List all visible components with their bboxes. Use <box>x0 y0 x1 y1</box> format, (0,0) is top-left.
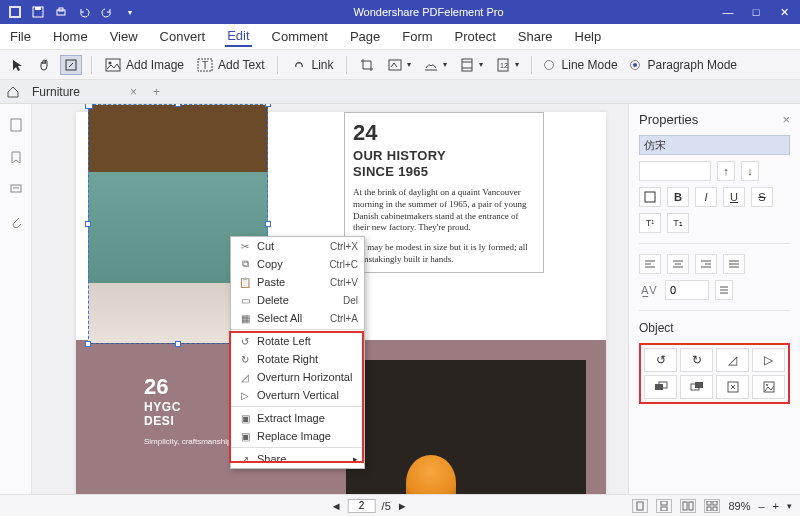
tab-label: Furniture <box>32 85 80 99</box>
properties-close-icon[interactable]: × <box>782 112 790 127</box>
bold-button[interactable]: B <box>667 187 689 207</box>
flip-vertical-button[interactable]: ▷ <box>752 348 785 372</box>
menu-convert[interactable]: Convert <box>158 27 208 46</box>
home-tab-icon[interactable] <box>6 85 24 99</box>
background-button[interactable]: ▾ <box>420 55 450 75</box>
menu-protect[interactable]: Protect <box>453 27 498 46</box>
text-block[interactable]: 24 OUR HISTORY SINCE 1965 At the brink o… <box>344 112 544 273</box>
new-tab-button[interactable]: + <box>145 85 168 99</box>
svg-rect-45 <box>661 501 667 505</box>
rotate-left-button[interactable]: ↺ <box>644 348 677 372</box>
font-family-select[interactable]: 仿宋 <box>639 135 790 155</box>
attachment-icon[interactable] <box>7 212 25 230</box>
side-toolbar <box>0 104 32 494</box>
zoom-out-button[interactable]: – <box>758 500 764 512</box>
ctx-extract-image[interactable]: ▣Extract Image <box>231 409 364 427</box>
underline-button[interactable]: U <box>723 187 745 207</box>
subscript-button[interactable]: T₁ <box>667 213 689 233</box>
line-mode-radio[interactable]: Line Mode <box>541 56 621 74</box>
document-tab[interactable]: Furniture × <box>24 80 145 103</box>
send-back-button[interactable] <box>644 375 677 399</box>
next-page-button[interactable]: ► <box>397 500 408 512</box>
font-color-button[interactable] <box>639 187 661 207</box>
edit-object-button[interactable] <box>60 55 82 75</box>
ctx-replace-image[interactable]: ▣Replace Image <box>231 427 364 445</box>
bring-front-button[interactable] <box>680 375 713 399</box>
menu-form[interactable]: Form <box>400 27 434 46</box>
decrease-size-button[interactable]: ↓ <box>741 161 759 181</box>
prev-page-button[interactable]: ◄ <box>331 500 342 512</box>
superscript-button[interactable]: T¹ <box>639 213 661 233</box>
menu-page[interactable]: Page <box>348 27 382 46</box>
align-justify-button[interactable] <box>723 254 745 274</box>
document-canvas[interactable]: 24 OUR HISTORY SINCE 1965 At the brink o… <box>32 104 628 494</box>
ctx-rotate-right[interactable]: ↻Rotate Right <box>231 350 364 368</box>
menu-file[interactable]: File <box>8 27 33 46</box>
menu-comment[interactable]: Comment <box>270 27 330 46</box>
ctx-overturn-vertical[interactable]: ▷Overturn Vertical <box>231 386 364 404</box>
ctx-copy[interactable]: ⧉CopyCtrl+C <box>231 255 364 273</box>
ctx-overturn-horizontal[interactable]: ◿Overturn Horizontal <box>231 368 364 386</box>
character-spacing-input[interactable] <box>665 280 709 300</box>
thumbnails-icon[interactable] <box>7 116 25 134</box>
align-center-button[interactable] <box>667 254 689 274</box>
ctx-cut[interactable]: ✂CutCtrl+X <box>231 237 364 255</box>
svg-point-43 <box>766 384 768 386</box>
ctx-share[interactable]: ↗Share▸ <box>231 450 364 468</box>
align-left-button[interactable] <box>639 254 661 274</box>
tab-close-icon[interactable]: × <box>130 85 137 99</box>
watermark-button[interactable]: ▾ <box>384 55 414 75</box>
save-icon[interactable] <box>31 5 45 19</box>
menu-edit[interactable]: Edit <box>225 26 251 47</box>
ctx-select-all[interactable]: ▦Select AllCtrl+A <box>231 309 364 327</box>
font-size-select[interactable] <box>639 161 711 181</box>
ctx-delete[interactable]: ▭DeleteDel <box>231 291 364 309</box>
menu-view[interactable]: View <box>108 27 140 46</box>
svg-rect-3 <box>35 7 41 10</box>
select-arrow-button[interactable] <box>8 56 28 74</box>
hand-tool-button[interactable] <box>34 56 54 74</box>
link-button[interactable]: Link <box>287 54 337 76</box>
flip-horizontal-button[interactable]: ◿ <box>716 348 749 372</box>
single-page-view-button[interactable] <box>632 499 648 513</box>
add-text-button[interactable]: TAdd Text <box>193 54 267 76</box>
ctx-rotate-left[interactable]: ↺Rotate Left <box>231 332 364 350</box>
increase-size-button[interactable]: ↑ <box>717 161 735 181</box>
align-right-button[interactable] <box>695 254 717 274</box>
bates-button[interactable]: 12▾ <box>492 55 522 75</box>
print-icon[interactable] <box>54 5 68 19</box>
lamp-image[interactable] <box>346 360 586 494</box>
bookmark-icon[interactable] <box>7 148 25 166</box>
two-page-view-button[interactable] <box>680 499 696 513</box>
header-footer-button[interactable]: ▾ <box>456 55 486 75</box>
two-continuous-view-button[interactable] <box>704 499 720 513</box>
title-bar: ▾ Wondershare PDFelement Pro ― □ ✕ <box>0 0 800 24</box>
svg-rect-49 <box>707 501 711 505</box>
strikethrough-button[interactable]: S <box>751 187 773 207</box>
continuous-view-button[interactable] <box>656 499 672 513</box>
close-button[interactable]: ✕ <box>776 6 792 19</box>
italic-button[interactable]: I <box>695 187 717 207</box>
document-tab-bar: Furniture × + <box>0 80 800 104</box>
menu-share[interactable]: Share <box>516 27 555 46</box>
app-icon <box>8 5 22 19</box>
maximize-button[interactable]: □ <box>748 6 764 19</box>
page-number-input[interactable] <box>348 499 376 513</box>
add-image-button[interactable]: Add Image <box>101 54 187 76</box>
crop-button[interactable] <box>356 55 378 75</box>
zoom-dropdown-icon[interactable]: ▾ <box>787 501 792 511</box>
minimize-button[interactable]: ― <box>720 6 736 19</box>
redo-icon[interactable] <box>100 5 114 19</box>
undo-icon[interactable] <box>77 5 91 19</box>
menu-home[interactable]: Home <box>51 27 90 46</box>
rotate-right-button[interactable]: ↻ <box>680 348 713 372</box>
zoom-in-button[interactable]: + <box>773 500 779 512</box>
comment-icon[interactable] <box>7 180 25 198</box>
replace-image-button[interactable] <box>752 375 785 399</box>
line-spacing-button[interactable] <box>715 280 733 300</box>
menu-help[interactable]: Help <box>573 27 604 46</box>
paragraph-mode-radio[interactable]: Paragraph Mode <box>627 56 740 74</box>
ctx-paste[interactable]: 📋PasteCtrl+V <box>231 273 364 291</box>
qat-dropdown-icon[interactable]: ▾ <box>123 5 137 19</box>
extract-image-button[interactable] <box>716 375 749 399</box>
